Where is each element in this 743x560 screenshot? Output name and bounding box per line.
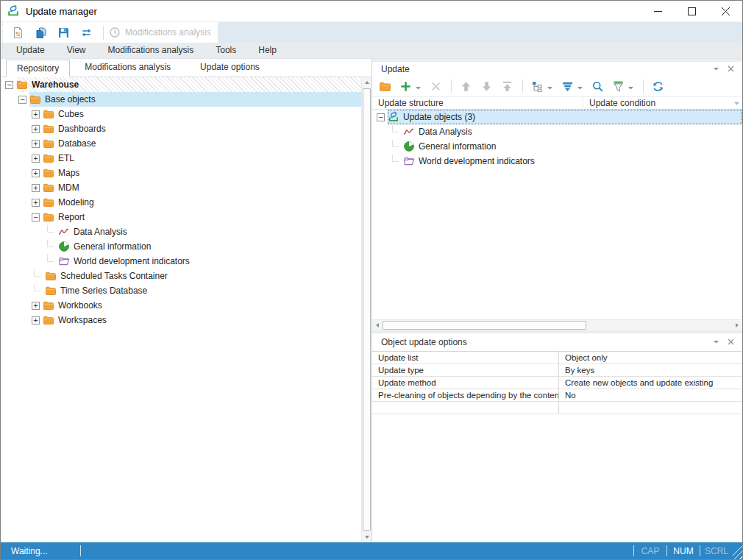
tree-item[interactable]: +Maps [1,166,372,180]
tree-item-label: Data Analysis [74,227,127,237]
tree-item[interactable]: World development indicators [1,254,372,269]
tree-connector [47,225,54,233]
collapse-icon[interactable]: − [5,81,13,89]
new-document-button[interactable] [8,24,28,41]
property-value[interactable]: Create new objects and update existing [558,377,742,389]
sync-button[interactable] [77,24,96,41]
tree-item-body: ETL [43,151,372,166]
expand-icon[interactable]: + [32,184,40,192]
menu-item-tools[interactable]: Tools [205,43,247,58]
expand-icon[interactable]: + [32,316,40,325]
scroll-right-button[interactable] [732,320,742,330]
scroll-down-button[interactable] [362,532,372,542]
copy-icon [35,26,47,39]
dropdown-icon [628,83,634,90]
tree-item-body: Modeling [43,195,372,210]
tree-item[interactable]: +MDM [1,180,372,195]
tree-item-label: General information [74,241,151,252]
resize-grip[interactable] [733,542,742,559]
minimize-button[interactable] [641,1,675,21]
maximize-button[interactable] [675,1,708,21]
refresh-button[interactable] [650,78,666,94]
panel-close-icon[interactable] [725,336,736,348]
tab-update-options[interactable]: Update options [185,59,274,77]
tree-item[interactable]: Time Series Database [1,283,372,298]
menu-item-modifications-analysis[interactable]: Modifications analysis [97,43,205,58]
tree-item[interactable]: +Workspaces [1,313,372,327]
chevron-down-icon[interactable] [710,63,722,75]
save-button[interactable] [54,24,74,41]
collapse-icon[interactable]: − [377,113,385,121]
column-update-structure[interactable]: Update structure [372,97,583,109]
tree-item[interactable]: −Warehouse [1,77,372,92]
menu-item-view[interactable]: View [56,43,97,58]
chevron-down-icon[interactable] [710,336,722,348]
tree-item-body: Report [43,210,372,224]
tree-item[interactable]: Data Analysis [1,224,372,239]
tree-item[interactable]: +ETL [1,151,372,166]
collapse-icon[interactable]: − [18,96,26,104]
expand-icon[interactable]: + [32,140,40,148]
tree-item[interactable]: World development indicators [372,154,742,169]
add-object-button[interactable] [398,78,423,94]
expand-icon[interactable]: + [32,155,40,163]
tree-item[interactable]: +Modeling [1,195,372,210]
horizontal-scrollbar[interactable] [372,319,742,330]
title-bar: Update manager [1,1,742,21]
tree-item[interactable]: +Dashboards [1,121,372,136]
tree-item[interactable]: General information [1,239,372,254]
expand-icon[interactable]: + [32,169,40,177]
tree-item[interactable]: −Update objects (3) [372,110,742,124]
tree-item-label: ETL [58,153,74,163]
scrollbar-thumb[interactable] [363,88,371,531]
column-options-icon[interactable] [730,100,742,107]
right-pane: Update Update structure Update condition… [372,59,742,542]
tab-repository[interactable]: Repository [6,60,70,77]
property-value[interactable]: By keys [558,364,742,376]
sort-button[interactable] [560,78,585,94]
tree-item[interactable]: +Database [1,136,372,151]
tree-item-label: Data Analysis [419,127,472,137]
sort-funnel-icon [561,80,574,93]
expand-icon[interactable]: + [32,199,40,207]
property-value[interactable]: Object only [558,352,742,364]
modifications-analysis-button: Modifications analysis [109,26,211,38]
menu-item-help[interactable]: Help [247,43,288,58]
update-panel-header: Update [372,62,742,76]
filter-button[interactable] [611,78,636,94]
quick-toolbar: Modifications analysis [1,21,742,43]
vertical-scrollbar[interactable] [361,77,372,542]
tree-item[interactable]: General information [372,139,742,154]
tree-item[interactable]: Scheduled Tasks Container [1,269,372,283]
scroll-up-button[interactable] [362,77,372,88]
tree-item[interactable]: −Base objects [1,92,372,107]
property-value[interactable]: No [558,389,742,401]
expand-icon[interactable]: + [32,110,40,118]
tree-view-button[interactable] [530,78,555,94]
tree-item-label: Database [58,138,96,149]
expand-icon[interactable]: + [32,302,40,310]
tree-item[interactable]: Data Analysis [372,124,742,139]
tab-modifications-analysis[interactable]: Modifications analysis [70,59,185,77]
search-button[interactable] [590,78,605,94]
property-value [558,402,742,414]
copy-button[interactable] [31,24,51,41]
expand-icon[interactable]: + [32,125,40,133]
menu-item-update[interactable]: Update [5,43,56,58]
tree-item-label: Report [58,212,85,222]
tree-connector [392,155,399,162]
dropdown-icon [577,83,583,90]
tree-item[interactable]: −Report [1,210,372,224]
tree-item[interactable]: +Cubes [1,107,372,121]
close-button[interactable] [708,1,742,21]
add-folder-button[interactable] [377,78,393,94]
scroll-left-button[interactable] [372,320,383,330]
collapse-icon[interactable]: − [32,213,40,221]
tree-item-body: World development indicators [58,254,372,269]
folder-icon [29,93,41,105]
panel-close-icon[interactable] [725,63,736,75]
status-separator [80,545,81,556]
tree-item[interactable]: +Workbooks [1,298,372,313]
scrollbar-thumb[interactable] [383,321,586,330]
column-update-condition[interactable]: Update condition [583,98,730,108]
